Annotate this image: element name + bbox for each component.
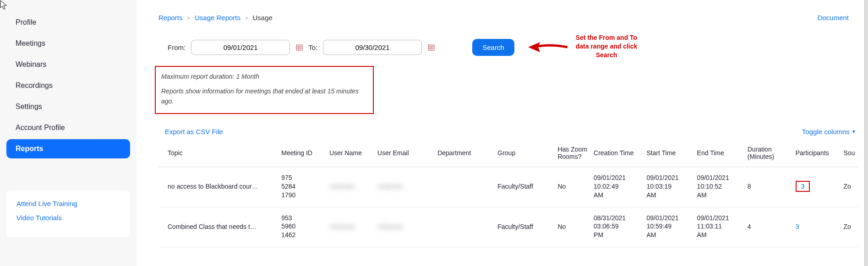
- help-box: Attend Live Training Video Tutorials: [6, 190, 130, 237]
- date-range-row: From: To: Search Set the From and To dat…: [158, 34, 859, 60]
- th-duration[interactable]: Duration (Minutes): [745, 141, 793, 167]
- cell-topic: no access to Blackboard cour…: [158, 167, 278, 207]
- cell-creation-time: 09/01/202110:02:49AM: [591, 167, 644, 207]
- chevron-down-icon: ▼: [852, 129, 856, 134]
- table-header-row: Topic Meeting ID User Name User Email De…: [158, 141, 859, 167]
- cell-end-time: 09/01/202111:03:11AM: [694, 207, 745, 247]
- breadcrumb-current: Usage: [252, 14, 272, 22]
- th-source[interactable]: Sou: [841, 141, 859, 167]
- svg-rect-5: [428, 45, 434, 50]
- cell-user-email: redacted: [375, 167, 435, 207]
- calendar-icon[interactable]: [295, 43, 303, 51]
- sidebar-item-reports[interactable]: Reports: [6, 139, 130, 158]
- cell-group: Faculty/Staff: [495, 167, 555, 207]
- sidebar-item-meetings[interactable]: Meetings: [6, 34, 130, 53]
- cell-duration: 4: [745, 207, 793, 247]
- cell-start-time: 09/01/202110:03:19AM: [644, 167, 694, 207]
- table-toolbar: Export as CSV File Toggle columns ▼: [158, 128, 859, 136]
- svg-marker-10: [528, 42, 540, 52]
- annotation-text: Set the From and To data range and click…: [576, 33, 638, 60]
- th-department[interactable]: Department: [435, 141, 495, 167]
- to-date-input[interactable]: [323, 40, 422, 55]
- cell-source: Zo: [841, 207, 859, 247]
- sidebar: Profile Meetings Webinars Recordings Set…: [0, 0, 136, 266]
- video-tutorials-link[interactable]: Video Tutorials: [16, 214, 120, 222]
- th-participants[interactable]: Participants: [793, 141, 841, 167]
- from-date-input[interactable]: [191, 40, 290, 55]
- cell-topic: Combined Class that needs t…: [158, 207, 278, 247]
- cell-group: Faculty/Staff: [495, 207, 555, 247]
- to-label: To:: [308, 43, 317, 51]
- annotation-line2: data range and click: [576, 42, 638, 51]
- scrollbar[interactable]: [864, 0, 868, 266]
- th-end-time[interactable]: End Time: [694, 141, 745, 167]
- th-user-email[interactable]: User Email: [375, 141, 435, 167]
- cell-user-name: redacted: [327, 207, 375, 247]
- cell-user-name: redacted: [327, 167, 375, 207]
- th-start-time[interactable]: Start Time: [644, 141, 694, 167]
- cell-end-time: 09/01/202110:10:52AM: [694, 167, 745, 207]
- annotation-line1: Set the From and To: [576, 33, 638, 42]
- attend-live-training-link[interactable]: Attend Live Training: [16, 200, 120, 207]
- main-content: Reports > Usage Reports > Usage Document…: [136, 0, 868, 266]
- info-line2: Reports show information for meetings th…: [161, 86, 367, 107]
- th-meeting-id[interactable]: Meeting ID: [278, 141, 327, 167]
- cell-meeting-id: 95359601462: [278, 207, 327, 247]
- annotation-line3: Search: [576, 51, 638, 60]
- sidebar-item-webinars[interactable]: Webinars: [6, 55, 130, 74]
- cursor-icon: [0, 0, 8, 11]
- th-creation-time[interactable]: Creation Time: [591, 141, 644, 167]
- sidebar-item-recordings[interactable]: Recordings: [6, 76, 130, 95]
- breadcrumb-reports[interactable]: Reports: [158, 14, 183, 22]
- breadcrumb-usage-reports[interactable]: Usage Reports: [195, 14, 240, 22]
- sidebar-item-account-profile[interactable]: Account Profile: [6, 118, 130, 137]
- search-button[interactable]: Search: [472, 39, 514, 56]
- toggle-columns-link[interactable]: Toggle columns ▼: [802, 128, 856, 136]
- breadcrumb-sep: >: [245, 15, 248, 21]
- breadcrumb: Reports > Usage Reports > Usage: [158, 14, 859, 22]
- annotation-arrow-icon: [528, 40, 568, 54]
- toggle-columns-label: Toggle columns: [802, 128, 850, 136]
- cell-has-zoom-rooms: No: [555, 207, 591, 247]
- cell-source: Zo: [841, 167, 859, 207]
- cell-has-zoom-rooms: No: [555, 167, 591, 207]
- cell-creation-time: 08/31/202103:06:59PM: [591, 207, 644, 247]
- cell-meeting-id: 97552841790: [278, 167, 327, 207]
- table-row: Combined Class that needs t…95359601462r…: [158, 207, 859, 247]
- cell-department: [435, 207, 495, 247]
- table-row: no access to Blackboard cour…97552841790…: [158, 167, 859, 207]
- cell-participants[interactable]: 3: [793, 207, 841, 247]
- th-topic[interactable]: Topic: [158, 141, 278, 167]
- cell-duration: 8: [745, 167, 793, 207]
- usage-table: Topic Meeting ID User Name User Email De…: [158, 141, 859, 247]
- info-line1: Maximum report duration: 1 Month: [161, 71, 367, 81]
- export-csv-link[interactable]: Export as CSV File: [165, 128, 223, 136]
- from-label: From:: [168, 43, 186, 51]
- cell-department: [435, 167, 495, 207]
- th-has-zoom-rooms[interactable]: Has Zoom Rooms?: [555, 141, 591, 167]
- cell-start-time: 09/01/202110:59:49AM: [644, 207, 694, 247]
- cell-user-email: redacted: [375, 207, 435, 247]
- cell-participants[interactable]: 3: [793, 167, 841, 207]
- info-box: Maximum report duration: 1 Month Reports…: [155, 66, 374, 114]
- breadcrumb-sep: >: [187, 15, 190, 21]
- sidebar-item-settings[interactable]: Settings: [6, 97, 130, 116]
- svg-rect-0: [296, 45, 302, 50]
- document-link[interactable]: Document: [818, 14, 849, 22]
- th-user-name[interactable]: User Name: [327, 141, 375, 167]
- th-group[interactable]: Group: [495, 141, 555, 167]
- sidebar-item-profile[interactable]: Profile: [6, 13, 130, 32]
- calendar-icon[interactable]: [427, 43, 435, 51]
